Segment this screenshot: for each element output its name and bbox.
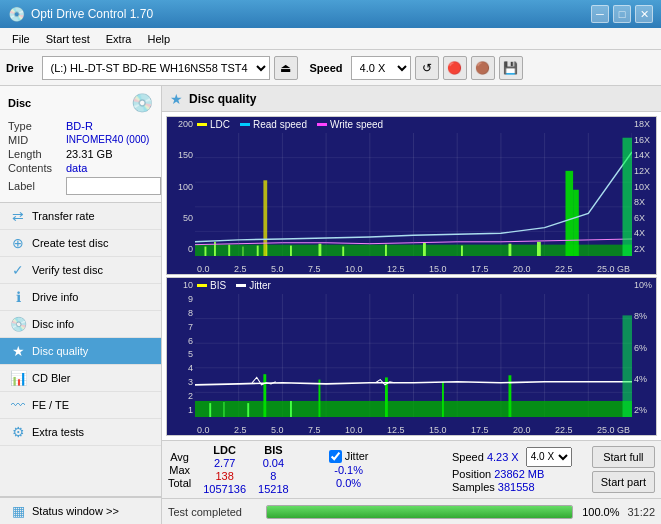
sidebar-item-extra-tests[interactable]: ⚙ Extra tests [0, 419, 161, 446]
chart1-y-axis-left: 200 150 100 50 0 [167, 117, 195, 256]
avg-label: Avg [168, 451, 191, 463]
disc-panel-title: Disc [8, 97, 31, 109]
sidebar-item-label: CD Bler [32, 372, 71, 384]
chart2-legend: BIS Jitter [197, 280, 271, 291]
sidebar-item-label: Extra tests [32, 426, 84, 438]
menu-start-test[interactable]: Start test [38, 31, 98, 47]
verify-test-disc-icon: ✓ [10, 262, 26, 278]
sidebar-item-transfer-rate[interactable]: ⇄ Transfer rate [0, 203, 161, 230]
jitter-checkbox[interactable] [329, 450, 342, 463]
sidebar-item-label: Drive info [32, 291, 78, 303]
sidebar-item-drive-info[interactable]: ℹ Drive info [0, 284, 161, 311]
samples-label: Samples [452, 481, 498, 493]
sidebar-item-disc-info[interactable]: 💿 Disc info [0, 311, 161, 338]
status-window-label: Status window >> [32, 505, 119, 517]
menu-extra[interactable]: Extra [98, 31, 140, 47]
sidebar-item-verify-test-disc[interactable]: ✓ Verify test disc [0, 257, 161, 284]
total-bis: 15218 [258, 483, 289, 495]
max-ldc: 138 [203, 470, 246, 482]
max-jitter: 0.0% [329, 477, 369, 489]
settings-button2[interactable]: 🟤 [471, 56, 495, 80]
sidebar-item-cd-bler[interactable]: 📊 CD Bler [0, 365, 161, 392]
bis-header: BIS [258, 444, 289, 456]
sidebar-item-create-test-disc[interactable]: ⊕ Create test disc [0, 230, 161, 257]
menu-help[interactable]: Help [139, 31, 178, 47]
legend-read-speed: Read speed [253, 119, 307, 130]
svg-rect-57 [290, 401, 292, 417]
disc-icon: 💿 [131, 92, 153, 114]
jitter-label: Jitter [345, 450, 369, 462]
disc-length-row: Length 23.31 GB [8, 148, 153, 160]
svg-rect-58 [623, 315, 633, 417]
disc-panel-header: Disc 💿 [8, 92, 153, 114]
jitter-checkbox-row[interactable]: Jitter [329, 450, 369, 463]
progress-section: Test completed 100.0% 31:22 [162, 498, 661, 524]
menu-file[interactable]: File [4, 31, 38, 47]
chart2-y-axis-right: 10% 8% 6% 4% 2% [632, 278, 656, 417]
chart1-x-axis: 0.0 2.5 5.0 7.5 10.0 12.5 15.0 17.5 20.0… [195, 264, 632, 274]
svg-rect-50 [319, 380, 321, 417]
chart2-plot [195, 294, 632, 417]
disc-panel: Disc 💿 Type BD-R MID INFOMER40 (000) Len… [0, 86, 161, 203]
eject-button[interactable]: ⏏ [274, 56, 298, 80]
svg-rect-17 [573, 190, 579, 256]
speed-val: 4.23 X [487, 450, 519, 462]
minimize-button[interactable]: ─ [591, 5, 609, 23]
sidebar-item-label: Create test disc [32, 237, 108, 249]
status-window-item[interactable]: ▦ Status window >> [0, 498, 161, 524]
refresh-button[interactable]: ↺ [415, 56, 439, 80]
main-layout: Disc 💿 Type BD-R MID INFOMER40 (000) Len… [0, 86, 661, 524]
progress-bar [266, 505, 573, 519]
disc-type-row: Type BD-R [8, 120, 153, 132]
speed-select[interactable]: 4.0 X [351, 56, 411, 80]
maximize-button[interactable]: □ [613, 5, 631, 23]
content-header: ★ Disc quality [162, 86, 661, 112]
svg-rect-52 [442, 382, 444, 417]
action-buttons: Start full Start part [592, 446, 655, 493]
speed-info: Speed 4.23 X 4.0 X Position 23862 MB Sam… [452, 447, 572, 493]
position-label: Position [452, 468, 494, 480]
legend-bis: BIS [210, 280, 226, 291]
svg-rect-20 [228, 245, 230, 256]
app-title: Opti Drive Control 1.70 [31, 7, 153, 21]
svg-rect-28 [423, 243, 426, 256]
disc-label-row: Label 🔍 [8, 176, 153, 196]
svg-rect-22 [257, 246, 259, 256]
save-button[interactable]: 💾 [499, 56, 523, 80]
sidebar-item-disc-quality[interactable]: ★ Disc quality [0, 338, 161, 365]
svg-rect-24 [290, 246, 292, 256]
nav-section: ⇄ Transfer rate ⊕ Create test disc ✓ Ver… [0, 203, 161, 496]
drive-label: Drive [6, 62, 34, 74]
max-bis: 8 [258, 470, 289, 482]
legend-ldc: LDC [210, 119, 230, 130]
disc-quality-icon: ★ [10, 343, 26, 359]
settings-button1[interactable]: 🔴 [443, 56, 467, 80]
start-full-button[interactable]: Start full [592, 446, 655, 468]
menu-bar: File Start test Extra Help [0, 28, 661, 50]
drive-select[interactable]: (L:) HL-DT-ST BD-RE WH16NS58 TST4 [42, 56, 270, 80]
speed-select-stats[interactable]: 4.0 X [526, 447, 572, 467]
svg-rect-49 [263, 374, 266, 417]
ldc-header: LDC [203, 444, 246, 456]
content-icon: ★ [170, 91, 183, 107]
transfer-rate-icon: ⇄ [10, 208, 26, 224]
start-part-button[interactable]: Start part [592, 471, 655, 493]
svg-rect-48 [195, 401, 632, 417]
disc-label-input[interactable] [66, 177, 161, 195]
speed-label: Speed [310, 62, 343, 74]
total-ldc: 1057136 [203, 483, 246, 495]
chart2-x-axis: 0.0 2.5 5.0 7.5 10.0 12.5 15.0 17.5 20.0… [195, 425, 632, 435]
disc-length-value: 23.31 GB [66, 148, 112, 160]
svg-rect-30 [509, 244, 512, 256]
chart1-legend: LDC Read speed Write speed [197, 119, 383, 130]
close-button[interactable]: ✕ [635, 5, 653, 23]
cd-bler-icon: 📊 [10, 370, 26, 386]
title-bar-controls: ─ □ ✕ [591, 5, 653, 23]
extra-tests-icon: ⚙ [10, 424, 26, 440]
disc-type-value: BD-R [66, 120, 93, 132]
svg-rect-16 [566, 171, 574, 256]
avg-ldc: 2.77 [203, 457, 246, 469]
chart2-y-axis-left: 10 9 8 7 6 5 4 3 2 1 [167, 278, 195, 417]
svg-rect-18 [205, 247, 207, 256]
sidebar-item-fe-te[interactable]: 〰 FE / TE [0, 392, 161, 419]
